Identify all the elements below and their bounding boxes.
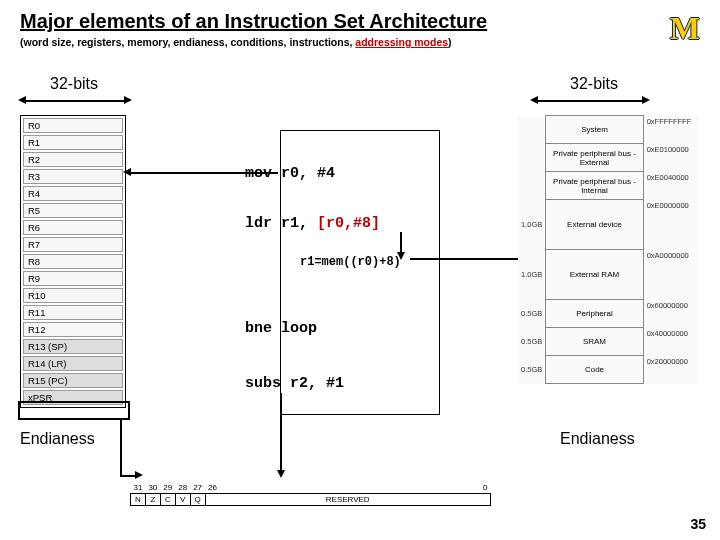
- code-mov: mov r0, #4: [245, 165, 335, 182]
- ldr-to-mem-arrow: [410, 258, 530, 260]
- reg-cell: R2: [23, 152, 123, 167]
- bits-left-label: 32-bits: [50, 75, 98, 93]
- reg-cell: R11: [23, 305, 123, 320]
- reg-cell: R10: [23, 288, 123, 303]
- endianess-left-label: Endianess: [20, 430, 95, 448]
- mem-addr: 0x20000000: [643, 356, 698, 384]
- width-arrow-right: [535, 100, 645, 102]
- mem-size: 1.0GB: [518, 200, 546, 250]
- code-ldr-instr: ldr r1,: [245, 215, 317, 232]
- reg-cell: R0: [23, 118, 123, 133]
- reg-cell: R5: [23, 203, 123, 218]
- mov-to-r0-arrow: [128, 172, 278, 174]
- width-arrow-left: [22, 100, 128, 102]
- reg-cell: R6: [23, 220, 123, 235]
- mem-addr: 0x60000000: [643, 300, 698, 328]
- subtitle-suffix: ): [448, 36, 452, 48]
- slide-subtitle: (word size, registers, memory, endianess…: [20, 36, 452, 48]
- mem-size: [518, 116, 546, 144]
- reg-cell: R14 (LR): [23, 356, 123, 371]
- code-subs: subs r2, #1: [245, 375, 344, 392]
- reg-cell: R3: [23, 169, 123, 184]
- psr-table: 31 30 29 28 27 26 0 N Z C V Q RESERVED: [130, 482, 491, 506]
- psr-bit: 29: [160, 482, 175, 494]
- mem-addr: 0xFFFFFFFF: [643, 116, 698, 144]
- reg-cell: R8: [23, 254, 123, 269]
- mem-size: [518, 144, 546, 172]
- ldr-expl-arrow: [400, 232, 402, 254]
- xpsr-arrow-line: [120, 420, 122, 475]
- reg-cell: R1: [23, 135, 123, 150]
- mem-size: 0.5GB: [518, 328, 546, 356]
- reg-cell: R12: [23, 322, 123, 337]
- mem-region: System: [546, 116, 643, 144]
- mem-size: 0.5GB: [518, 300, 546, 328]
- psr-bit: 30: [145, 482, 160, 494]
- psr-flag: C: [160, 494, 175, 506]
- psr-bit: 26: [205, 482, 220, 494]
- subtitle-emphasis: addressing modes: [355, 36, 448, 48]
- psr-bit: 0: [480, 482, 490, 494]
- arrow-head-left-icon: [123, 168, 131, 176]
- psr-bit: 27: [190, 482, 205, 494]
- mem-addr: 0xE0100000: [643, 144, 698, 172]
- subtitle-prefix: (word size, registers, memory, endianess…: [20, 36, 355, 48]
- slide-title: Major elements of an Instruction Set Arc…: [20, 10, 487, 33]
- psr-flag: N: [131, 494, 146, 506]
- code-ldr: ldr r1, [r0,#8]: [245, 215, 380, 232]
- psr-bit: 28: [175, 482, 190, 494]
- arrow-head-left-icon: [530, 96, 538, 104]
- arrow-head-right-icon: [642, 96, 650, 104]
- code-ldr-explanation: r1=mem((r0)+8): [300, 255, 401, 269]
- mem-region: Code: [546, 356, 643, 384]
- psr-reserved: RESERVED: [205, 494, 490, 506]
- arrow-head-left-icon: [18, 96, 26, 104]
- arrow-head-right-icon: [135, 471, 143, 479]
- mem-size: [518, 172, 546, 200]
- reg-cell: R4: [23, 186, 123, 201]
- mem-addr: 0xE0000000: [643, 200, 698, 250]
- subs-to-psr-arrow: [280, 393, 282, 473]
- arrow-head-down-icon: [277, 470, 285, 478]
- mem-region: External device: [546, 200, 643, 250]
- psr-bit-gap: [220, 482, 480, 494]
- mem-region: Private peripheral bus - Internal: [546, 172, 643, 200]
- mem-addr: 0xE0040000: [643, 172, 698, 200]
- mem-region: External RAM: [546, 250, 643, 300]
- memory-map: System0xFFFFFFFF Private peripheral bus …: [518, 115, 698, 384]
- mem-addr: 0xA0000000: [643, 250, 698, 300]
- bits-right-label: 32-bits: [570, 75, 618, 93]
- mem-region: SRAM: [546, 328, 643, 356]
- arrow-head-down-icon: [397, 252, 405, 260]
- psr-flag: Z: [145, 494, 160, 506]
- reg-cell: R9: [23, 271, 123, 286]
- mem-region: Private peripheral bus - External: [546, 144, 643, 172]
- mem-size: 0.5GB: [518, 356, 546, 384]
- psr-flag: Q: [190, 494, 205, 506]
- slide-number: 35: [690, 516, 706, 532]
- endianess-right-label: Endianess: [560, 430, 635, 448]
- xpsr-highlight-box: [18, 401, 130, 420]
- reg-cell: R7: [23, 237, 123, 252]
- reg-cell: R13 (SP): [23, 339, 123, 354]
- mem-addr: 0x40000000: [643, 328, 698, 356]
- reg-cell: R15 (PC): [23, 373, 123, 388]
- code-bne: bne loop: [245, 320, 317, 337]
- umich-logo: M: [670, 10, 700, 47]
- register-table: R0 R1 R2 R3 R4 R5 R6 R7 R8 R9 R10 R11 R1…: [20, 115, 126, 408]
- psr-bit: 31: [131, 482, 146, 494]
- mem-size: 1.0GB: [518, 250, 546, 300]
- arrow-head-right-icon: [124, 96, 132, 104]
- psr-flag: V: [175, 494, 190, 506]
- code-ldr-addr: [r0,#8]: [317, 215, 380, 232]
- mem-region: Peripheral: [546, 300, 643, 328]
